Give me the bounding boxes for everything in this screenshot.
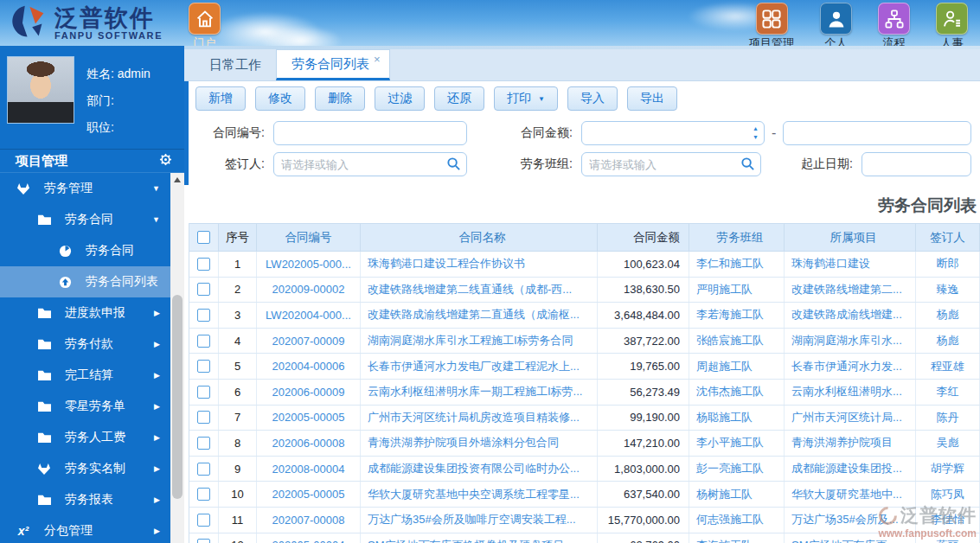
sidebar-menu-item[interactable]: 劳务实名制 ▶ — [0, 453, 170, 484]
table-column-header[interactable]: 签订人 — [916, 224, 980, 251]
contract-name-link[interactable]: 成都能源建设集团投资有限公司临时办公... — [361, 457, 598, 482]
project-link[interactable]: 华软大厦研究基地中... — [785, 482, 916, 507]
sidebar-menu-item[interactable]: 进度款申报 ▶ — [0, 297, 170, 329]
caret-icon[interactable]: ▶ — [154, 464, 160, 473]
table-row[interactable]: 1 LW202005-000... 珠海鹤港口建设工程合作协议书 100,623… — [189, 252, 980, 278]
table-column-header[interactable]: 序号 — [219, 224, 257, 251]
labor-team-link[interactable]: 严明施工队 — [689, 278, 785, 303]
labor-team-link[interactable]: 张皓宸施工队 — [689, 329, 785, 354]
toolbar-button[interactable]: 新增 — [195, 86, 246, 111]
app-shortcut[interactable]: 人事 — [936, 3, 968, 46]
toolbar-button[interactable]: 导出 — [627, 86, 677, 111]
scroll-up-arrow-icon[interactable] — [170, 173, 184, 186]
tab[interactable]: 日常工作 — [195, 49, 276, 80]
sidebar-menu-item[interactable]: 劳务人工费 ▶ — [0, 422, 170, 453]
labor-team-link[interactable]: 李仁和施工队 — [689, 252, 785, 277]
contract-name-link[interactable]: 万达广场35#会所及咖啡厅空调安装工程... — [361, 508, 598, 533]
sidebar-menu-item[interactable]: 劳务报表 ▶ — [0, 484, 170, 515]
sidebar-menu-item[interactable]: x² 分包管理 ▶ — [0, 515, 170, 543]
sidebar-scrollbar[interactable] — [170, 173, 184, 543]
toolbar-button[interactable]: 导入 — [567, 86, 618, 111]
search-icon[interactable] — [740, 157, 755, 175]
date-range-input[interactable] — [862, 152, 971, 176]
table-row[interactable]: 3 LW202004-000... 改建铁路成渝线增建第二直通线（成渝枢... … — [189, 303, 980, 329]
table-row[interactable]: 2 202009-00002 改建铁路线增建第二线直通线（成都-西... 138… — [189, 278, 980, 303]
select-all-checkbox[interactable] — [197, 231, 210, 244]
project-link[interactable]: 珠海鹤港口建设 — [785, 252, 916, 277]
sidebar-menu-item[interactable]: 劳务管理 ▼ — [0, 173, 170, 204]
caret-icon[interactable]: ▶ — [154, 371, 160, 380]
contract-no-input[interactable] — [273, 121, 467, 145]
contract-name-link[interactable]: 改建铁路成渝线增建第二直通线（成渝枢... — [361, 303, 598, 328]
contract-code-link[interactable]: 202005-00005 — [257, 482, 361, 507]
table-column-header[interactable]: 合同名称 — [361, 224, 598, 251]
labor-team-link[interactable]: 杨树施工队 — [689, 482, 785, 507]
toolbar-button[interactable]: 过滤 — [375, 86, 425, 111]
labor-team-link[interactable]: 彭一亮施工队 — [689, 457, 785, 482]
caret-icon[interactable]: ▶ — [154, 527, 160, 535]
sidebar-menu-item[interactable]: 完工结算 ▶ — [0, 360, 170, 391]
table-column-header[interactable]: 合同编号 — [257, 224, 361, 251]
table-row[interactable]: 12 202005-00004 SM广场地下车库更换摄像机及硬盘项目... 62… — [189, 533, 980, 543]
project-link[interactable]: 湖南洞庭湖水库引水... — [785, 329, 916, 354]
contract-name-link[interactable]: 广州市天河区统计局机房改造项目精装修... — [361, 406, 598, 431]
labor-team-link[interactable]: 李海施工队 — [689, 533, 785, 543]
contract-code-link[interactable]: 202006-00008 — [257, 431, 361, 456]
contract-code-link[interactable]: 202005-00005 — [257, 406, 361, 431]
contract-code-link[interactable]: 202008-00004 — [257, 457, 361, 482]
row-checkbox[interactable] — [197, 437, 210, 450]
row-checkbox[interactable] — [197, 411, 210, 424]
close-icon[interactable]: × — [374, 53, 381, 66]
project-link[interactable]: 广州市天河区统计局... — [785, 406, 916, 431]
row-checkbox[interactable] — [197, 283, 210, 296]
contract-code-link[interactable]: 202006-00009 — [257, 380, 361, 405]
home-icon[interactable] — [189, 3, 221, 35]
contract-code-link[interactable]: LW202004-000... — [257, 303, 361, 328]
row-checkbox[interactable] — [197, 258, 210, 271]
contract-name-link[interactable]: 湖南洞庭湖水库引水工程施工I标劳务合同 — [361, 329, 598, 354]
search-icon[interactable] — [446, 157, 461, 175]
table-column-header[interactable]: 劳务班组 — [689, 224, 785, 251]
contract-name-link[interactable]: SM广场地下车库更换摄像机及硬盘项目... — [361, 533, 598, 543]
contract-name-link[interactable]: 长春市伊通河水力发电厂改建工程泥水上... — [361, 354, 598, 379]
caret-icon[interactable]: ▼ — [152, 184, 160, 193]
project-link[interactable]: 万达广场35#会所及... — [785, 508, 916, 533]
caret-icon[interactable]: ▼ — [152, 215, 160, 224]
grid-icon[interactable] — [756, 3, 788, 35]
table-row[interactable]: 4 202007-00009 湖南洞庭湖水库引水工程施工I标劳务合同 387,7… — [189, 329, 980, 355]
amount-max-input[interactable] — [783, 121, 971, 145]
toolbar-button[interactable]: 还原 — [434, 86, 484, 111]
hr-icon[interactable] — [936, 3, 968, 35]
contract-code-link[interactable]: LW202005-000... — [257, 252, 361, 277]
contract-code-link[interactable]: 202004-00006 — [257, 354, 361, 379]
project-link[interactable]: 改建铁路线增建第二... — [785, 278, 916, 303]
table-column-header[interactable]: 所属项目 — [785, 224, 916, 251]
app-shortcut[interactable]: 项目管理 — [749, 3, 794, 46]
portal-button[interactable]: 门户 — [189, 3, 221, 46]
sidebar-menu-item[interactable]: 劳务合同 ▼ — [0, 204, 170, 235]
team-input[interactable] — [581, 152, 761, 176]
sidebar-menu-item[interactable]: 劳务付款 ▶ — [0, 329, 170, 360]
caret-icon[interactable]: ▶ — [154, 495, 160, 504]
table-row[interactable]: 10 202005-00005 华软大厦研究基地中央空调系统工程零星... 63… — [189, 482, 980, 508]
labor-team-link[interactable]: 李若海施工队 — [689, 303, 785, 328]
amount-min-input[interactable] — [581, 121, 765, 145]
number-spinner[interactable]: ▲▼ — [753, 125, 759, 142]
labor-team-link[interactable]: 周超施工队 — [689, 354, 785, 379]
signer-input[interactable] — [273, 152, 467, 176]
contract-code-link[interactable]: 202009-00002 — [257, 278, 361, 303]
row-checkbox[interactable] — [197, 309, 210, 322]
project-link[interactable]: 成都能源建设集团投... — [785, 457, 916, 482]
row-checkbox[interactable] — [197, 463, 210, 476]
row-checkbox[interactable] — [197, 514, 210, 527]
tab[interactable]: 劳务合同列表 × — [276, 49, 390, 80]
labor-team-link[interactable]: 李小平施工队 — [689, 431, 785, 456]
flow-icon[interactable] — [878, 3, 910, 35]
caret-icon[interactable]: ▶ — [154, 309, 160, 317]
table-row[interactable]: 7 202005-00005 广州市天河区统计局机房改造项目精装修... 99,… — [189, 406, 980, 431]
project-link[interactable]: 云南水利枢纽潜明水... — [785, 380, 916, 405]
row-checkbox[interactable] — [197, 488, 210, 501]
toolbar-button[interactable]: 删除 — [315, 86, 365, 111]
project-link[interactable]: SM广场地下车库更... — [785, 533, 916, 543]
project-link[interactable]: 青海洪湖养护院项目 — [785, 431, 916, 456]
